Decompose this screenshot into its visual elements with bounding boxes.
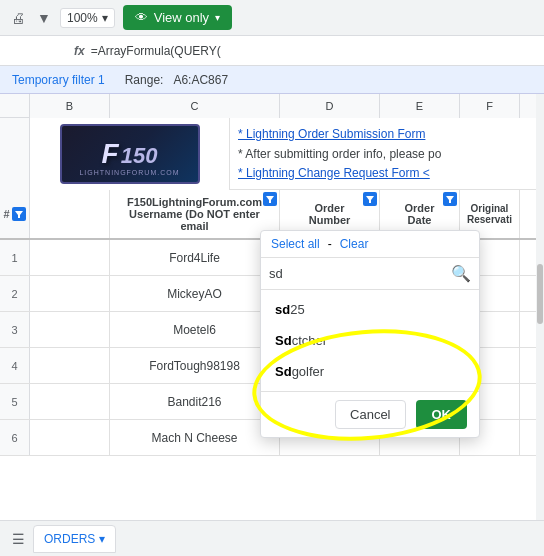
filter-range: Range: A6:AC867 <box>125 73 228 87</box>
logo-row-num <box>0 118 30 190</box>
clear-link[interactable]: Clear <box>340 237 369 251</box>
cell-b-4 <box>30 348 110 383</box>
cell-b-3 <box>30 312 110 347</box>
hash-filter-btn[interactable] <box>12 207 26 221</box>
filter-icon[interactable]: ▼ <box>34 8 54 28</box>
column-headers-row: B C D E F G <box>0 94 544 118</box>
cell-b-5 <box>30 384 110 419</box>
scrollbar-thumb[interactable] <box>537 264 543 324</box>
logo-f: F <box>102 140 119 168</box>
svg-marker-3 <box>446 196 454 203</box>
printer-icon[interactable]: 🖨 <box>8 8 28 28</box>
zoom-value: 100% <box>67 11 98 25</box>
ok-button[interactable]: OK <box>416 400 468 429</box>
row-num-5: 5 <box>0 384 30 419</box>
cell-c-1: Ford4Life <box>110 240 280 275</box>
logo-150: 150 <box>121 143 158 169</box>
search-icon: 🔍 <box>451 264 471 283</box>
link-after-submit: * After submitting order info, please po <box>238 147 536 161</box>
hash-label: # <box>3 208 9 220</box>
row-num-6: 6 <box>0 420 30 455</box>
cell-b-6 <box>30 420 110 455</box>
order-number-label: OrderNumber <box>309 202 351 226</box>
col-header-d: D <box>280 94 380 118</box>
formula-bar: fx =ArrayFormula(QUERY( <box>0 36 544 66</box>
dropdown-footer: Cancel OK <box>261 391 479 437</box>
cell-c-3: Moetel6 <box>110 312 280 347</box>
svg-marker-0 <box>15 211 23 218</box>
zoom-selector[interactable]: 100% ▾ <box>60 8 115 28</box>
dropdown-item-sdgolfer[interactable]: Sdgolfer <box>261 356 479 387</box>
header-b-cell <box>30 190 110 238</box>
search-box: 🔍 <box>261 258 479 290</box>
zoom-chevron-icon: ▾ <box>102 11 108 25</box>
item-prefix-sdctcher: Sd <box>275 333 292 348</box>
logo-subtitle: LightningForum.com <box>79 169 179 176</box>
separator: - <box>328 237 332 251</box>
item-prefix-sdgolfer: Sd <box>275 364 292 379</box>
logo-links-area: * Lightning Order Submission Form * Afte… <box>230 118 544 190</box>
col-header-b: B <box>30 94 110 118</box>
orders-tab-label: ORDERS <box>44 532 95 546</box>
row-num-2: 2 <box>0 276 30 311</box>
filter-search-input[interactable] <box>269 266 445 281</box>
dropdown-item-sdctcher[interactable]: Sdctcher <box>261 325 479 356</box>
row-num-1: 1 <box>0 240 30 275</box>
cancel-button[interactable]: Cancel <box>335 400 405 429</box>
filter-banner: Temporary filter 1 Range: A6:AC867 <box>0 66 544 94</box>
order-date-label: OrderDate <box>405 202 435 226</box>
logo-image: F 150 LightningForum.com <box>60 124 200 184</box>
tab-bar: ☰ ORDERS ▾ <box>0 520 544 556</box>
row-num-spacer <box>0 94 30 117</box>
filter-range-value: A6:AC867 <box>173 73 228 87</box>
hash-cell: # <box>0 190 30 238</box>
toolbar: 🖨 ▼ 100% ▾ 👁 View only ▾ <box>0 0 544 36</box>
filter-dropdown: Select all - Clear 🔍 sd25 Sdctcher Sdgol… <box>260 230 480 438</box>
username-header-label: F150LightningForum.com Username (Do NOT … <box>114 194 275 234</box>
cell-b-1 <box>30 240 110 275</box>
row-num-4: 4 <box>0 348 30 383</box>
col-header-e: E <box>380 94 460 118</box>
dropdown-item-sd25[interactable]: sd25 <box>261 294 479 325</box>
view-only-button[interactable]: 👁 View only ▾ <box>123 5 232 30</box>
formula-content: =ArrayFormula(QUERY( <box>91 44 536 58</box>
order-number-filter-btn[interactable] <box>363 192 377 206</box>
toolbar-left: 🖨 ▼ 100% ▾ <box>8 8 115 28</box>
logo-area: F 150 LightningForum.com * Lightning Ord… <box>0 118 544 190</box>
svg-marker-1 <box>266 196 274 203</box>
svg-marker-2 <box>366 196 374 203</box>
reservation-label: Original Reservati <box>464 203 515 225</box>
orders-tab[interactable]: ORDERS ▾ <box>33 525 116 553</box>
cell-c-5: Bandit216 <box>110 384 280 419</box>
orders-tab-chevron-icon: ▾ <box>99 532 105 546</box>
filter-label: Temporary filter 1 <box>12 73 105 87</box>
link-change-request[interactable]: * Lightning Change Request Form < <box>238 166 536 180</box>
item-suffix-sdctcher: ctcher <box>292 333 327 348</box>
right-scrollbar[interactable] <box>536 94 544 520</box>
col-header-f: F <box>460 94 520 118</box>
cell-c-4: FordTough98198 <box>110 348 280 383</box>
logo-cell: F 150 LightningForum.com <box>30 118 230 190</box>
link-order-submission[interactable]: * Lightning Order Submission Form <box>238 127 536 141</box>
row-num-3: 3 <box>0 312 30 347</box>
cell-c-6: Mach N Cheese <box>110 420 280 455</box>
hamburger-icon[interactable]: ☰ <box>8 527 29 551</box>
order-date-filter-btn[interactable] <box>443 192 457 206</box>
col-header-c: C <box>110 94 280 118</box>
select-all-link[interactable]: Select all <box>271 237 320 251</box>
fx-icon: fx <box>74 44 85 58</box>
cell-c-2: MickeyAO <box>110 276 280 311</box>
item-suffix-sdgolfer: golfer <box>292 364 325 379</box>
eye-icon: 👁 <box>135 10 148 25</box>
dropdown-items-list: sd25 Sdctcher Sdgolfer <box>261 290 479 391</box>
cell-b-2 <box>30 276 110 311</box>
item-suffix-sd25: 25 <box>290 302 304 317</box>
dropdown-top-bar: Select all - Clear <box>261 231 479 258</box>
view-only-label: View only <box>154 10 209 25</box>
view-only-chevron-icon: ▾ <box>215 12 220 23</box>
item-prefix-sd25: sd <box>275 302 290 317</box>
header-username-cell: F150LightningForum.com Username (Do NOT … <box>110 190 280 238</box>
username-filter-btn[interactable] <box>263 192 277 206</box>
filter-range-label: Range: <box>125 73 164 87</box>
